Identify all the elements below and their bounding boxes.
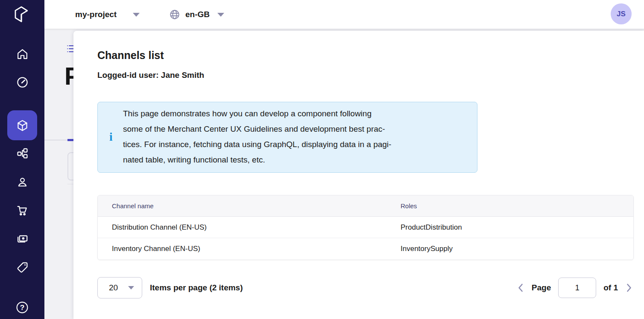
sidebar-item-payments[interactable] [0, 224, 44, 254]
commercetools-logo-icon[interactable] [11, 5, 32, 25]
background-active-tab-indicator [67, 139, 73, 141]
channels-panel: Channels list Logged-id user: Jane Smith… [73, 31, 644, 319]
table-row[interactable]: Inventory Channel (EN-US) InventorySuppl… [98, 238, 633, 260]
column-header-roles[interactable]: Roles [401, 202, 633, 210]
cell-roles: InventorySupply [401, 245, 633, 253]
pagination-bar: 20 Items per page (2 items) Page of 1 [97, 277, 634, 298]
flow-icon [16, 147, 29, 160]
banknote-icon [16, 232, 29, 245]
sidebar-item-customers[interactable] [0, 167, 44, 197]
info-icon: i [109, 130, 113, 144]
chevron-down-icon [217, 13, 224, 17]
previous-page-button[interactable] [516, 282, 525, 293]
home-icon [16, 47, 29, 61]
chevron-down-icon [133, 13, 140, 17]
chevron-down-icon [128, 286, 134, 289]
background-divider-fragment [67, 184, 73, 184]
question-icon: ? [15, 301, 29, 314]
page-label: Page [532, 283, 551, 292]
project-switcher[interactable]: my-project [75, 0, 140, 29]
sidebar-item-discounts[interactable] [0, 252, 44, 282]
tag-icon [16, 261, 29, 274]
cell-channel-name: Inventory Channel (EN-US) [98, 245, 401, 253]
project-name: my-project [75, 10, 117, 19]
sidebar-item-products[interactable] [7, 110, 37, 140]
column-header-channel-name[interactable]: Channel name [98, 202, 401, 210]
page-total-label: of 1 [603, 283, 618, 292]
sidebar-item-orders[interactable] [0, 195, 44, 225]
sidebar-item-dashboard[interactable] [0, 67, 44, 97]
top-header: my-project en-GB JS [44, 0, 644, 29]
next-page-button[interactable] [624, 282, 634, 293]
cart-icon [16, 204, 29, 217]
table-row[interactable]: Distribution Channel (EN-US) ProductDist… [98, 217, 633, 238]
page-title: Channels list [97, 49, 164, 62]
cube-icon [16, 119, 29, 132]
sidebar: ? [0, 0, 44, 319]
info-message-text: This page demonstrates how you can devel… [123, 102, 477, 168]
user-avatar[interactable]: JS [611, 3, 632, 24]
chevron-left-icon [516, 282, 525, 293]
cell-channel-name: Distribution Channel (EN-US) [98, 223, 401, 232]
avatar-initials: JS [617, 10, 626, 18]
table-header-row: Channel name Roles [98, 195, 633, 217]
page-number-input[interactable] [558, 278, 596, 298]
info-message: i This page demonstrates how you can dev… [97, 102, 477, 173]
logged-in-user-text: Logged-id user: Jane Smith [97, 71, 204, 80]
items-per-page-label: Items per page (2 items) [150, 283, 243, 292]
globe-icon [169, 9, 180, 20]
locale-value: en-GB [185, 10, 210, 19]
svg-text:?: ? [20, 303, 25, 312]
sidebar-item-categories[interactable] [0, 139, 44, 168]
gauge-icon [16, 76, 29, 89]
chevron-right-icon [624, 282, 634, 293]
items-per-page-select[interactable]: 20 [97, 277, 142, 298]
sidebar-item-help[interactable]: ? [0, 292, 44, 319]
channels-table: Channel name Roles Distribution Channel … [97, 195, 634, 260]
locale-switcher[interactable]: en-GB [169, 0, 224, 29]
sidebar-item-home[interactable] [0, 39, 44, 69]
person-icon [16, 176, 29, 189]
cell-roles: ProductDistribution [401, 223, 633, 232]
items-per-page-value: 20 [109, 283, 118, 292]
